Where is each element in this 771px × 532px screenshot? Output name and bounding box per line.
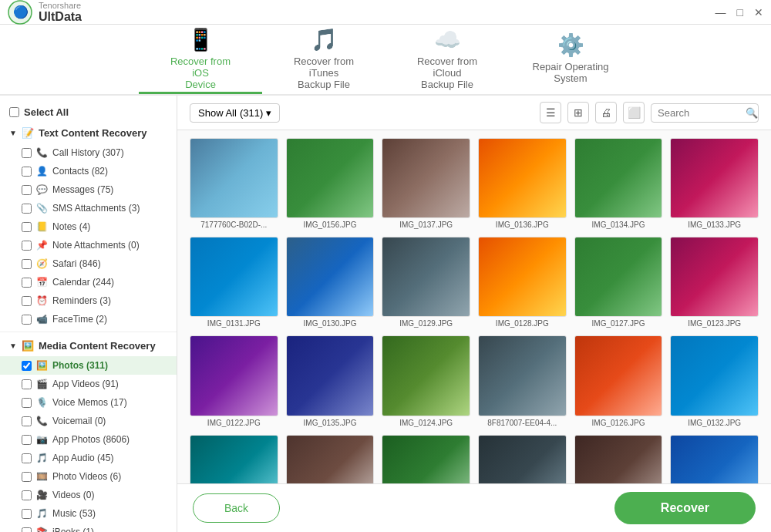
sidebar-item-safari[interactable]: 🧭 Safari (846) [0,254,177,273]
maximize-button[interactable]: □ [737,6,743,19]
photo-item[interactable]: IMG_0123.JPG [670,237,759,328]
facetime-checkbox[interactable] [22,315,32,325]
voice-memos-checkbox[interactable] [22,398,32,408]
export-button[interactable]: ⬜ [623,102,645,123]
contacts-checkbox[interactable] [22,167,32,177]
recover-button[interactable]: Recover [614,492,756,524]
sms-attach-checkbox[interactable] [22,204,32,214]
sidebar-item-calendar[interactable]: 📅 Calendar (244) [0,273,177,291]
photo-item[interactable]: IMG_1044.JPG [190,435,278,483]
grid-view-button[interactable]: ⊞ [567,102,589,123]
app-videos-checkbox[interactable] [22,379,32,389]
sidebar-item-call-history[interactable]: 📞 Call History (307) [0,143,177,162]
app-photos-label: App Photos (8606) [52,434,130,445]
note-attach-checkbox[interactable] [22,241,32,251]
contacts-icon: 👤 [36,166,48,177]
list-view-button[interactable]: ☰ [540,102,561,123]
call-history-checkbox[interactable] [22,148,32,158]
photo-item[interactable]: IMG_1039.JPG [670,435,759,483]
photo-item[interactable]: IMG_1041.JPG [478,435,567,483]
sidebar-item-contacts[interactable]: 👤 Contacts (82) [0,162,177,180]
window-controls[interactable]: — □ ✕ [715,6,763,19]
sidebar-item-voicemail[interactable]: 📞 Voicemail (0) [0,412,177,430]
sidebar-item-music[interactable]: 🎵 Music (53) [0,504,177,523]
safari-checkbox[interactable] [22,259,32,269]
main-layout: Select All ▼ 📝 Text Content Recovery 📞 C… [0,96,771,532]
app-photos-checkbox[interactable] [22,435,32,445]
content-area: Show All (311) ▾ ☰ ⊞ 🖨 ⬜ [177,96,771,532]
photo-item[interactable]: IMG_0124.JPG [382,335,470,426]
photo-label: 8F817007-EE04-4... [487,419,557,427]
messages-checkbox[interactable] [22,185,32,195]
photo-item[interactable]: 8F817007-EE04-4... [478,335,567,426]
photo-item[interactable]: IMG_1040.JPG [574,435,663,483]
nav-recover-itunes[interactable]: 🎵 Recover from iTunesBackup File [262,25,386,94]
photo-item[interactable]: IMG_0134.JPG [574,138,663,229]
sidebar-item-ibooks[interactable]: 📚 iBooks (1) [0,523,177,532]
photo-item[interactable]: 7177760C-B02D-... [190,138,278,229]
sidebar-item-app-photos[interactable]: 📷 App Photos (8606) [0,430,177,449]
select-all-checkbox[interactable] [9,107,19,117]
sidebar-item-sms-attach[interactable]: 📎 SMS Attachments (3) [0,199,177,217]
sidebar-item-notes[interactable]: 📒 Notes (4) [0,217,177,236]
export-icon: ⬜ [628,106,641,119]
section-media-content[interactable]: ▼ 🖼️ Media Content Recovery [0,335,177,356]
toolbar-left: Show All (311) ▾ [190,103,280,123]
photo-item[interactable]: IMG_0136.JPG [478,138,567,229]
sidebar-item-facetime[interactable]: 📹 FaceTime (2) [0,310,177,328]
photo-label: IMG_0135.JPG [304,419,357,427]
minimize-button[interactable]: — [715,6,726,19]
photo-label: IMG_0130.JPG [304,319,357,328]
nav-recover-icloud[interactable]: ☁️ Recover from iCloudBackup File [386,25,509,94]
sidebar-item-voice-memos[interactable]: 🎙️ Voice Memos (17) [0,393,177,412]
photo-videos-checkbox[interactable] [22,472,32,482]
sidebar-item-photo-videos[interactable]: 🎞️ Photo Videos (6) [0,467,177,486]
sidebar-item-photos[interactable]: 🖼️ Photos (311) [0,356,177,375]
search-icon: 🔍 [746,107,758,119]
section-text-content[interactable]: ▼ 📝 Text Content Recovery [0,123,177,143]
search-box[interactable]: 🔍 [651,103,759,123]
select-all-row[interactable]: Select All [0,102,177,123]
photo-item[interactable]: IMG_1042.JPG [382,435,470,483]
photo-item[interactable]: IMG_0130.JPG [286,237,375,328]
sidebar-item-note-attach[interactable]: 📌 Note Attachments (0) [0,236,177,254]
back-button[interactable]: Back [193,493,280,523]
nav-repair-os[interactable]: ⚙️ Repair OperatingSystem [509,25,632,94]
sidebar-item-app-audio[interactable]: 🎵 App Audio (45) [0,449,177,467]
photo-item[interactable]: IMG_0132.JPG [670,335,759,426]
photo-item[interactable]: IMG_0137.JPG [382,138,470,229]
titlebar: 🔵 Tenorshare UltData — □ ✕ [0,0,771,25]
show-all-button[interactable]: Show All (311) ▾ [190,103,280,123]
app-audio-checkbox[interactable] [22,453,32,463]
nav-recover-ios[interactable]: 📱 Recover from iOSDevice [139,25,262,94]
ibooks-icon: 📚 [36,527,48,532]
reminders-checkbox[interactable] [22,296,32,306]
close-button[interactable]: ✕ [754,6,763,19]
calendar-checkbox[interactable] [22,278,32,288]
ibooks-checkbox[interactable] [22,527,32,533]
photo-item[interactable]: IMG_1043.JPG [286,435,375,483]
sidebar-item-messages[interactable]: 💬 Messages (75) [0,180,177,199]
sidebar-item-reminders[interactable]: ⏰ Reminders (3) [0,291,177,310]
photo-item[interactable]: IMG_0129.JPG [382,237,470,328]
print-button[interactable]: 🖨 [595,102,617,123]
dropdown-arrow-icon: ▾ [266,107,271,119]
videos-checkbox[interactable] [22,490,32,500]
photo-item[interactable]: IMG_0127.JPG [574,237,663,328]
voicemail-checkbox[interactable] [22,416,32,426]
music-checkbox[interactable] [22,509,32,519]
photo-item[interactable]: IMG_0122.JPG [190,335,278,426]
photo-item[interactable]: IMG_0126.JPG [574,335,663,426]
photo-item[interactable]: IMG_0156.JPG [286,138,375,229]
photos-checkbox[interactable] [22,361,32,371]
notes-checkbox[interactable] [22,222,32,232]
photo-item[interactable]: IMG_0135.JPG [286,335,375,426]
photo-item[interactable]: IMG_0128.JPG [478,237,567,328]
text-section-label: Text Content Recovery [39,127,147,139]
sidebar-item-videos[interactable]: 🎥 Videos (0) [0,486,177,504]
photo-item[interactable]: IMG_0131.JPG [190,237,278,328]
search-input[interactable] [658,107,742,119]
sidebar-item-app-videos[interactable]: 🎬 App Videos (91) [0,375,177,393]
photo-item[interactable]: IMG_0133.JPG [670,138,759,229]
photo-label: IMG_0133.JPG [688,221,741,229]
